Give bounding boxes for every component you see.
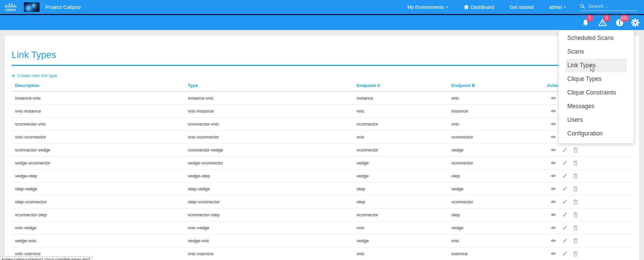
view-button[interactable] <box>547 213 556 217</box>
table-row: vedge-vnic vedge-vnic vedge vnic <box>12 234 632 247</box>
table-row: instance-vnic instance-vnic instance vni… <box>12 92 632 105</box>
menu-item-users[interactable]: Users <box>566 113 627 127</box>
delete-button[interactable] <box>570 212 578 218</box>
cell-type: vnic-instance <box>184 109 353 114</box>
eye-icon <box>550 109 556 113</box>
edit-button[interactable] <box>559 160 567 165</box>
edit-button[interactable] <box>559 238 567 243</box>
col-header-endpoint-a[interactable]: Endpoint A <box>353 83 448 88</box>
edit-button[interactable] <box>559 186 567 191</box>
delete-button[interactable] <box>570 160 578 166</box>
col-header-type[interactable]: Type <box>184 83 353 88</box>
cell-endpoint-a: instance <box>353 96 448 101</box>
view-button[interactable] <box>547 200 556 204</box>
search-input[interactable] <box>588 3 638 9</box>
cell-description: vconnector-otep <box>12 212 184 217</box>
eye-icon <box>550 226 556 230</box>
view-button[interactable] <box>547 239 556 243</box>
menu-item-scans[interactable]: Scans <box>566 45 627 59</box>
trash-icon <box>573 186 578 192</box>
delete-button[interactable] <box>570 199 578 205</box>
link-types-page: Link Types + Create new link type Descri… <box>4 35 640 260</box>
delete-button[interactable] <box>570 173 578 179</box>
delete-button[interactable] <box>570 186 578 192</box>
view-button[interactable] <box>547 174 556 178</box>
eye-icon <box>550 239 556 243</box>
home-icon <box>464 4 469 10</box>
pencil-icon <box>562 251 567 256</box>
delete-button[interactable] <box>570 147 578 153</box>
cell-endpoint-a: vnic <box>353 225 448 230</box>
view-button[interactable] <box>547 161 556 165</box>
menu-item-messages[interactable]: Messages <box>566 100 627 113</box>
calipso-photo-thumbnail <box>24 2 40 12</box>
edit-button[interactable] <box>559 173 567 178</box>
row-actions <box>543 225 632 231</box>
trash-icon <box>573 238 578 244</box>
nav-admin-menu[interactable]: admin ▾ <box>549 4 566 10</box>
errors-badge: 591 <box>620 15 629 22</box>
menu-item-configuration[interactable]: Configuration <box>566 127 627 141</box>
cell-endpoint-a: vconnector <box>353 212 448 217</box>
pencil-icon <box>562 186 567 191</box>
cell-description: vconnector-vedge <box>12 147 184 153</box>
view-button[interactable] <box>547 148 556 152</box>
warnings-button[interactable]: 0 <box>598 18 607 27</box>
eye-icon <box>550 135 556 139</box>
col-header-endpoint-b[interactable]: Endpoint B <box>448 83 543 88</box>
view-button[interactable] <box>547 96 556 100</box>
cell-endpoint-b: vconnector <box>448 160 543 165</box>
eye-icon <box>550 174 556 178</box>
edit-button[interactable] <box>559 199 567 204</box>
cell-endpoint-b: vconnector <box>448 134 543 140</box>
cell-endpoint-a: vedge <box>353 160 448 165</box>
page-title: Link Types <box>12 50 632 66</box>
settings-menu-button[interactable] <box>631 18 640 27</box>
view-button[interactable] <box>547 135 556 139</box>
nav-dashboard[interactable]: Dashboard <box>464 4 494 10</box>
alarms-badge: 0 <box>586 15 593 22</box>
delete-button[interactable] <box>570 225 578 231</box>
create-new-link-type-button[interactable]: + Create new link type <box>12 73 57 78</box>
delete-button[interactable] <box>570 238 578 244</box>
trash-icon <box>573 212 578 218</box>
link-types-table: instance-vnic instance-vnic instance vni… <box>12 92 632 260</box>
menu-item-clique-constraints[interactable]: Clique Constraints <box>566 86 627 100</box>
nav-get-started[interactable]: Get started <box>510 4 533 10</box>
edit-button[interactable] <box>559 212 567 217</box>
cell-endpoint-b: vnic <box>448 121 543 127</box>
edit-button[interactable] <box>559 147 567 153</box>
cell-endpoint-a: vnic <box>353 134 448 140</box>
cell-type: vconnector-vedge <box>184 147 353 153</box>
table-row: vconnector-otep vconnector-otep vconnect… <box>12 208 632 221</box>
cell-endpoint-b: otep <box>448 212 543 217</box>
view-button[interactable] <box>547 226 556 230</box>
delete-button[interactable] <box>570 251 578 257</box>
edit-button[interactable] <box>559 251 567 256</box>
cell-endpoint-b: vservice <box>448 251 543 256</box>
notification-bar: 0 0 591 <box>0 14 644 30</box>
menu-item-clique-types[interactable]: Clique Types <box>566 72 627 86</box>
cell-type: vedge-otep <box>184 173 353 178</box>
table-row: vnic-instance vnic-instance vnic instanc… <box>12 105 632 118</box>
eye-icon <box>550 161 556 165</box>
cell-endpoint-b: vnic <box>448 238 543 243</box>
alarms-button[interactable]: 0 <box>581 18 590 27</box>
view-button[interactable] <box>547 122 556 126</box>
table-row: otep-vedge otep-vedge otep vedge <box>12 183 632 196</box>
nav-my-environments[interactable]: My Environments ▾ <box>407 4 448 10</box>
menu-item-scheduled-scans[interactable]: Scheduled Scans <box>566 31 627 45</box>
navbar-links: My Environments ▾ Dashboard Get started … <box>392 3 638 11</box>
pencil-icon <box>562 173 567 178</box>
edit-button[interactable] <box>559 225 567 230</box>
col-header-description[interactable]: Description <box>12 83 184 88</box>
cisco-logo-bars-icon <box>5 3 16 8</box>
view-button[interactable] <box>547 109 556 113</box>
warnings-badge: 0 <box>603 15 610 22</box>
view-button[interactable] <box>547 251 556 256</box>
menu-item-link-types[interactable]: Link Types <box>566 59 627 72</box>
errors-button[interactable]: 591 <box>615 18 624 27</box>
cell-type: otep-vedge <box>184 186 353 191</box>
view-button[interactable] <box>547 187 556 191</box>
cell-endpoint-a: vnic <box>353 109 448 114</box>
